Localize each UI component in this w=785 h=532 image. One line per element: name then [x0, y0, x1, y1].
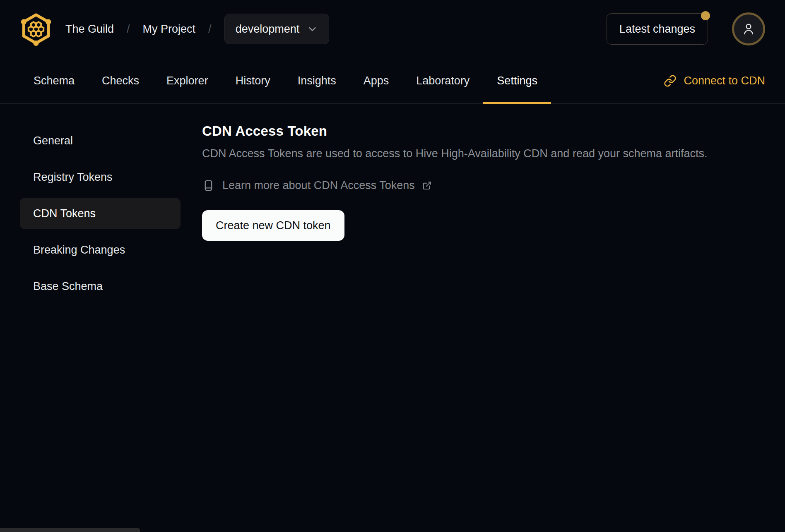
content-area: General Registry Tokens CDN Tokens Break…	[0, 104, 785, 307]
breadcrumb: The Guild / My Project / development	[65, 14, 329, 44]
tab-apps[interactable]: Apps	[350, 58, 403, 103]
main-content: CDN Access Token CDN Access Tokens are u…	[181, 104, 765, 241]
sidebar-item-registry-tokens[interactable]: Registry Tokens	[20, 161, 181, 193]
breadcrumb-org[interactable]: The Guild	[65, 23, 114, 36]
latest-changes-button[interactable]: Latest changes	[607, 13, 708, 45]
sidebar-item-base-schema[interactable]: Base Schema	[20, 271, 181, 302]
target-selector-value: development	[236, 23, 300, 36]
learn-more-label: Learn more about CDN Access Tokens	[222, 179, 415, 192]
page-title: CDN Access Token	[202, 123, 765, 139]
tab-laboratory[interactable]: Laboratory	[402, 58, 483, 103]
tab-bar: Schema Checks Explorer History Insights …	[0, 58, 785, 104]
page-description: CDN Access Tokens are used to access to …	[202, 147, 765, 160]
app-root: The Guild / My Project / development Lat…	[0, 0, 785, 532]
hive-logo[interactable]	[20, 12, 53, 46]
tab-schema[interactable]: Schema	[20, 58, 88, 103]
tab-settings[interactable]: Settings	[483, 58, 551, 103]
avatar[interactable]	[732, 12, 765, 46]
tab-explorer[interactable]: Explorer	[153, 58, 222, 103]
target-selector[interactable]: development	[224, 14, 330, 44]
connect-to-cdn-link[interactable]: Connect to CDN	[664, 58, 765, 103]
latest-changes-label: Latest changes	[619, 23, 695, 35]
header: The Guild / My Project / development Lat…	[0, 0, 785, 58]
learn-more-link[interactable]: Learn more about CDN Access Tokens	[202, 179, 432, 192]
breadcrumb-separator: /	[127, 23, 130, 36]
connect-to-cdn-label: Connect to CDN	[684, 74, 765, 87]
book-icon	[202, 179, 215, 192]
tab-checks[interactable]: Checks	[88, 58, 153, 103]
breadcrumb-separator: /	[208, 23, 212, 36]
create-cdn-token-button[interactable]: Create new CDN token	[202, 210, 344, 241]
tab-history[interactable]: History	[222, 58, 284, 103]
sidebar-item-breaking-changes[interactable]: Breaking Changes	[20, 234, 181, 266]
tab-insights[interactable]: Insights	[284, 58, 350, 103]
create-button-row: Create new CDN token	[202, 210, 765, 241]
external-link-icon	[422, 181, 432, 190]
link-icon	[664, 74, 677, 87]
hive-honeycomb-logo-icon	[20, 12, 52, 46]
notification-dot	[701, 11, 710, 20]
chevron-down-icon	[307, 24, 318, 35]
sidebar-item-general[interactable]: General	[20, 125, 181, 156]
sidebar-item-cdn-tokens[interactable]: CDN Tokens	[20, 198, 181, 229]
horizontal-scrollbar-thumb[interactable]	[0, 528, 140, 532]
breadcrumb-project[interactable]: My Project	[143, 23, 196, 36]
settings-sidebar: General Registry Tokens CDN Tokens Break…	[20, 104, 181, 307]
user-icon	[741, 21, 756, 37]
